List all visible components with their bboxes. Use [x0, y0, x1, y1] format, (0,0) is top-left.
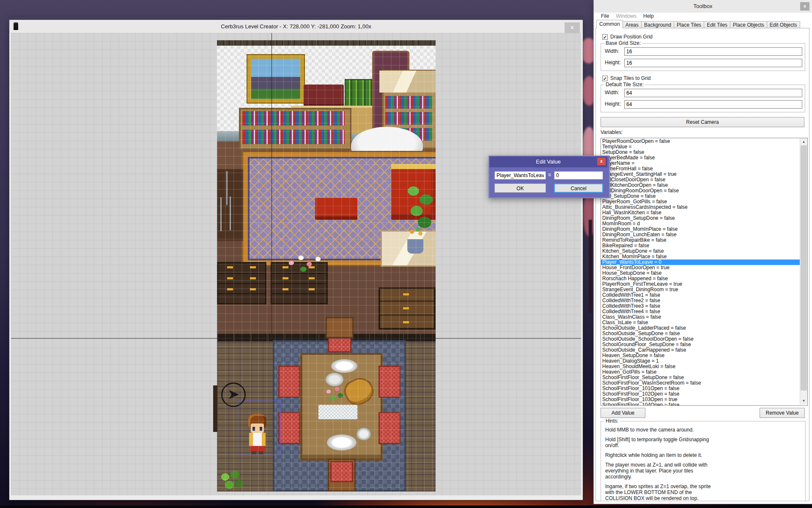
- dining-chair: [330, 461, 353, 482]
- dresser: [379, 287, 436, 330]
- ok-button[interactable]: OK: [494, 183, 546, 193]
- bookshelf: [239, 108, 351, 150]
- snap-tiles-checkbox[interactable]: ✓ Snap Tiles to Grid: [602, 75, 650, 81]
- tab-areas[interactable]: Areas: [623, 21, 642, 28]
- remove-value-button[interactable]: Remove Value: [760, 408, 805, 418]
- scroll-down-icon[interactable]: ▼: [800, 397, 807, 404]
- glass-counter: [381, 230, 436, 267]
- bookcase-glass-top: [379, 71, 436, 93]
- window-title: Cerb3rus Level Creator - X: 728,000 Y: -…: [9, 23, 583, 30]
- dining-chair: [278, 412, 300, 444]
- tv-antenna: [226, 171, 228, 205]
- doily: [318, 405, 357, 419]
- red-footstool: [315, 198, 357, 220]
- toolbox-titlebar[interactable]: Toolbox x: [594, 0, 812, 13]
- checkbox-label: Snap Tiles to Grid: [610, 75, 650, 81]
- origin-crosshair-vertical: [272, 33, 272, 338]
- hint-line: Hold [Shift] to temporarily toggle Grids…: [605, 437, 719, 448]
- player-sprite[interactable]: [246, 414, 269, 454]
- window-border-strip: [9, 17, 583, 20]
- variable-name-input[interactable]: [494, 171, 546, 180]
- close-icon[interactable]: x: [597, 158, 606, 165]
- books-row: [385, 96, 432, 109]
- books-row: [385, 112, 432, 125]
- hint-line: The player moves at Z=1, and will collid…: [605, 462, 719, 480]
- plate: [331, 359, 357, 373]
- tv-cabinet: [217, 169, 243, 241]
- dialog-titlebar[interactable]: Edit Value x: [489, 156, 607, 167]
- menu-item-help[interactable]: Help: [643, 13, 654, 20]
- base-grid-height-input[interactable]: [624, 59, 802, 67]
- wall-painting: [247, 55, 304, 103]
- edit-value-dialog: Edit Value x = OK Cancel: [488, 156, 610, 198]
- default-tile-width-input[interactable]: [624, 89, 802, 97]
- close-icon[interactable]: x: [800, 2, 809, 11]
- base-grid-width-input[interactable]: [624, 47, 802, 56]
- toolbox-title: Toolbox: [594, 0, 812, 13]
- height-label: Height:: [605, 101, 621, 107]
- scroll-up-icon[interactable]: ▲: [800, 138, 807, 145]
- variables-items: PlayerRoomDoorOpen = falseTempValue =Set…: [601, 138, 800, 406]
- cancel-button[interactable]: Cancel: [554, 183, 603, 193]
- tab-strip: CommonAreasBackgroundPlace TilesEdit Til…: [595, 20, 811, 28]
- group-label: Default Tile Size:: [604, 82, 645, 87]
- variable-value-input[interactable]: [554, 171, 603, 180]
- screen-bottom-bar: [0, 505, 812, 508]
- menubar: FileWindowsHelp: [594, 13, 812, 20]
- level-map[interactable]: ➤: [217, 40, 436, 492]
- menu-item-file[interactable]: File: [601, 13, 609, 20]
- add-value-button[interactable]: Add Value: [601, 408, 645, 418]
- tab-edit-tiles[interactable]: Edit Tiles: [704, 21, 730, 28]
- level-canvas[interactable]: ➤: [11, 33, 581, 495]
- dining-chair: [328, 337, 351, 352]
- variables-label: Variables:: [601, 129, 623, 135]
- map-edge-tile: [213, 385, 217, 432]
- books-row: [242, 130, 345, 144]
- bush: [218, 469, 246, 492]
- tree-trunk: [589, 220, 592, 313]
- hint-line: Hold MMB to move the camera around.: [605, 427, 719, 433]
- cup: [357, 428, 371, 440]
- titlebar[interactable]: Cerb3rus Level Creator - X: 728,000 Y: -…: [9, 20, 583, 33]
- group-label: Base Grid Size:: [604, 40, 642, 46]
- height-label: Height:: [605, 60, 621, 66]
- dining-chair: [278, 366, 300, 398]
- hint-line: Ingame, if two sprites at Z=1 overlap, t…: [605, 483, 719, 501]
- width-label: Width:: [605, 90, 619, 96]
- hint-line: Rightclick while holding an Item to dele…: [605, 452, 719, 458]
- variable-item[interactable]: SchoolFirstFloor_104Open = false: [601, 402, 800, 406]
- origin-crosshair-horizontal: [11, 338, 581, 339]
- green-books: [345, 79, 374, 107]
- scrollbar[interactable]: ▲ ▼: [800, 138, 807, 404]
- variables-listbox[interactable]: PlayerRoomDoorOpen = falseTempValue =Set…: [601, 138, 808, 406]
- checkbox-label: Draw Position Grid: [610, 34, 653, 40]
- tab-place-tiles[interactable]: Place Tiles: [674, 21, 704, 28]
- tab-background[interactable]: Background: [641, 21, 674, 28]
- flower-bouquet: [279, 251, 328, 277]
- close-icon[interactable]: ✕: [565, 22, 580, 33]
- tab-edit-objects[interactable]: Edit Objects: [767, 21, 800, 28]
- menu-item-windows[interactable]: Windows: [616, 13, 636, 20]
- map-top-wall: [217, 40, 436, 46]
- equals-sign: =: [548, 172, 551, 178]
- drawer-cabinet: [217, 262, 266, 304]
- default-tile-height-input[interactable]: [624, 100, 802, 109]
- tab-place-objects[interactable]: Place Objects: [730, 21, 767, 28]
- tab-common[interactable]: Common: [596, 20, 623, 28]
- dialog-title: Edit Value: [489, 156, 607, 167]
- checkbox-check-icon[interactable]: ✓: [602, 76, 608, 81]
- sewing-machine: [304, 85, 344, 108]
- dining-table: [300, 353, 383, 461]
- checkbox-check-icon[interactable]: ✓: [602, 34, 608, 40]
- plate: [327, 434, 357, 451]
- dining-chair: [326, 317, 354, 338]
- flower-pot-flowers: [406, 227, 425, 239]
- books-row: [242, 111, 345, 126]
- level-editor-window: Cerb3rus Level Creator - X: 728,000 Y: -…: [9, 17, 583, 500]
- hints-group: Hints: Hold MMB to move the camera aroun…: [601, 421, 806, 501]
- draw-position-grid-checkbox[interactable]: ✓ Draw Position Grid: [602, 34, 653, 40]
- dining-chair: [379, 412, 401, 444]
- reset-camera-button[interactable]: Reset Camera: [601, 117, 804, 127]
- scrollbar-thumb[interactable]: [801, 145, 807, 391]
- toolbox-window: Toolbox x FileWindowsHelp CommonAreasBac…: [594, 0, 812, 504]
